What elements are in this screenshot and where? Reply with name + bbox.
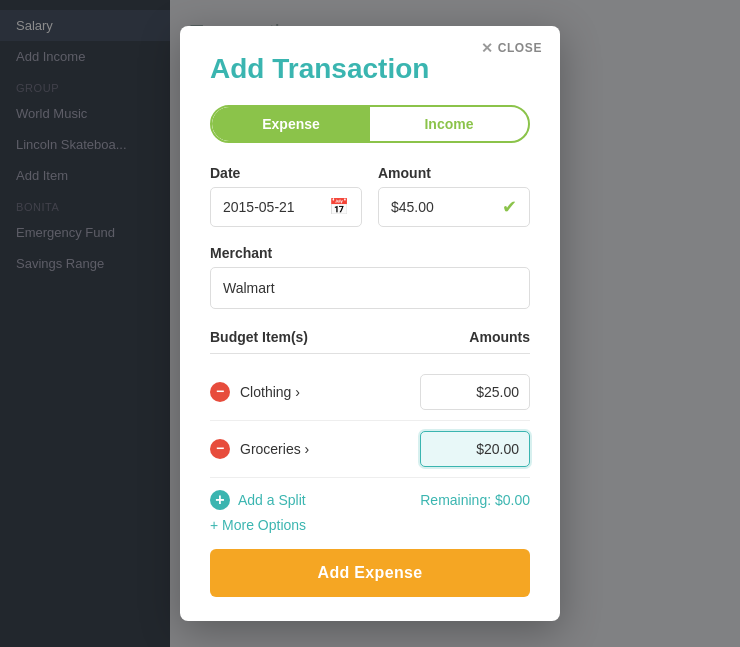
add-split-icon: +	[210, 490, 230, 510]
budget-header: Budget Item(s) Amounts	[210, 329, 530, 345]
add-split-button[interactable]: + Add a Split	[210, 490, 306, 510]
budget-items-label: Budget Item(s)	[210, 329, 308, 345]
type-toggle: Expense Income	[210, 105, 530, 143]
clothing-amount-input[interactable]	[420, 374, 530, 410]
close-label: CLOSE	[498, 41, 542, 55]
clothing-budget-name[interactable]: Clothing ›	[240, 384, 300, 400]
budget-divider	[210, 353, 530, 354]
budget-row-groceries: − Groceries ›	[210, 421, 530, 478]
modal-title: Add Transaction	[210, 54, 530, 85]
date-label: Date	[210, 165, 362, 181]
remove-groceries-button[interactable]: −	[210, 439, 230, 459]
close-button[interactable]: ✕ CLOSE	[481, 40, 542, 56]
modal-overlay: ✕ CLOSE Add Transaction Expense Income D…	[0, 0, 740, 647]
merchant-group: Merchant	[210, 245, 530, 309]
amount-input-wrapper[interactable]: ✔	[378, 187, 530, 227]
date-input[interactable]	[223, 199, 329, 215]
budget-left-groceries: − Groceries ›	[210, 439, 309, 459]
checkmark-icon: ✔	[502, 196, 517, 218]
more-options-link[interactable]: + More Options	[210, 517, 306, 533]
budget-left-clothing: − Clothing ›	[210, 382, 300, 402]
remove-clothing-button[interactable]: −	[210, 382, 230, 402]
expense-toggle[interactable]: Expense	[212, 107, 370, 141]
amount-group: Amount ✔	[378, 165, 530, 227]
split-row: + Add a Split Remaining: $0.00	[210, 478, 530, 516]
amount-label: Amount	[378, 165, 530, 181]
date-input-wrapper[interactable]: 📅	[210, 187, 362, 227]
budget-row-clothing: − Clothing ›	[210, 364, 530, 421]
submit-button[interactable]: Add Expense	[210, 549, 530, 597]
groceries-budget-name[interactable]: Groceries ›	[240, 441, 309, 457]
calendar-icon: 📅	[329, 197, 349, 216]
merchant-label: Merchant	[210, 245, 530, 261]
groceries-amount-input[interactable]	[420, 431, 530, 467]
amount-input[interactable]	[391, 199, 502, 215]
add-split-label: Add a Split	[238, 492, 306, 508]
budget-amounts-label: Amounts	[469, 329, 530, 345]
remaining-label: Remaining: $0.00	[420, 492, 530, 508]
merchant-input[interactable]	[210, 267, 530, 309]
date-group: Date 📅	[210, 165, 362, 227]
modal: ✕ CLOSE Add Transaction Expense Income D…	[180, 26, 560, 621]
close-x-icon: ✕	[481, 40, 494, 56]
income-toggle[interactable]: Income	[370, 107, 528, 141]
date-amount-row: Date 📅 Amount ✔	[210, 165, 530, 227]
